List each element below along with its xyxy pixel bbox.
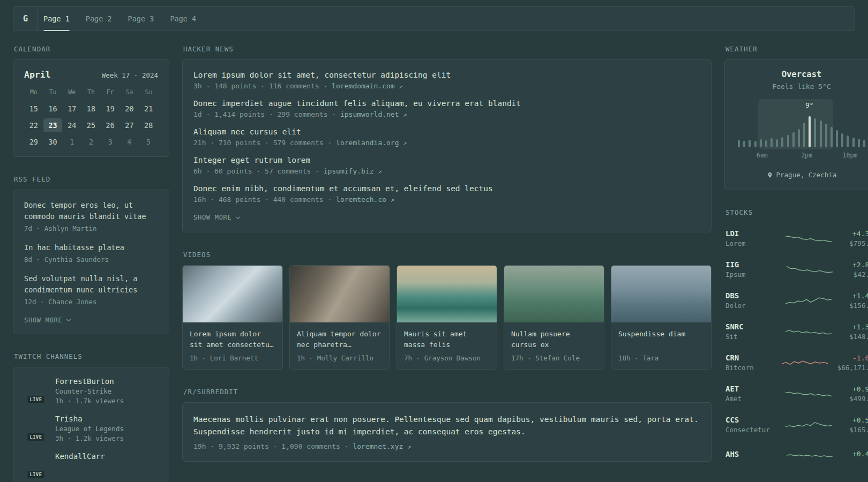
section-title-rss: RSS FEED	[14, 175, 169, 183]
weather-hour-bar	[852, 138, 855, 147]
rss-item-meta: 7d · Ashlyn Martin	[24, 224, 158, 232]
hn-item-title-link[interactable]: Donec enim nibh, condimentum et accumsan…	[193, 184, 700, 193]
stock-sparkline	[785, 417, 832, 433]
stock-info: AHS	[725, 450, 777, 460]
calendar-day: 30	[43, 135, 63, 149]
calendar-day: 3	[101, 135, 120, 149]
stock-row[interactable]: AHS +0.46%	[724, 440, 868, 469]
calendar-day-selected: 23	[43, 118, 63, 132]
rss-show-more-button[interactable]: SHOW MORE	[24, 317, 70, 324]
calendar-day-header: Sa	[120, 86, 139, 99]
video-meta: 7h · Grayson Dawson	[404, 354, 490, 362]
hn-item-domain-link[interactable]: loremdomain.com ↗	[332, 82, 402, 90]
hn-item-title-link[interactable]: Lorem ipsum dolor sit amet, consectetur …	[193, 71, 700, 79]
tab-page-4[interactable]: Page 4	[170, 7, 196, 31]
app-logo[interactable]: G	[23, 7, 38, 31]
rss-item-meta: 8d · Cynthia Saunders	[24, 255, 158, 263]
page-columns: CALENDAR April Week 17 · 2024 MoTuWeThFr…	[0, 45, 868, 482]
rss-item-title-link[interactable]: Sed volutpat nulla nisl, a condimentum n…	[24, 273, 158, 296]
hn-item-domain-link[interactable]: loremtech.co ↗	[336, 195, 394, 204]
stock-row[interactable]: CRN Bitcorn -1.00% $66,171.48	[724, 347, 868, 378]
calendar-day: 15	[24, 102, 43, 116]
hn-item-meta: 1d · 1,414 points · 299 comments · ipsum…	[193, 110, 700, 118]
twitch-avatar-wrap: LIVE	[24, 452, 48, 478]
twitch-channel-name: ForrestBurton	[55, 377, 124, 386]
weather-card: Overcast Feels like 5°C 9° 6am2pm10pm Pr…	[724, 59, 868, 190]
chevron-down-icon	[235, 214, 240, 219]
twitch-channel-item[interactable]: LIVE KendallCarr	[24, 452, 158, 478]
rss-item-title-link[interactable]: In hac habitasse platea	[24, 242, 158, 253]
tab-page-1[interactable]: Page 1	[43, 7, 70, 31]
weather-hour-bar	[765, 140, 767, 147]
stock-row[interactable]: IIG Ipsum +2.84% $42.04	[724, 254, 868, 285]
hn-item-domain-link[interactable]: loremlandia.org ↗	[336, 139, 407, 147]
rss-item-title-link[interactable]: Donec tempor eros leo, ut commodo mauris…	[24, 200, 158, 222]
video-card[interactable]: Aliquam tempor dolor nec pharetra… 1h · …	[289, 265, 390, 370]
hn-item-domain-link[interactable]: ipsumworld.net ↗	[340, 110, 407, 118]
video-card-body: Lorem ipsum dolor sit amet consectetu… 1…	[183, 322, 282, 369]
video-title: Nullam posuere cursus ex	[511, 329, 597, 350]
calendar-day-header: Fr	[101, 86, 120, 99]
weather-time-label: 2pm	[801, 152, 812, 159]
stock-row[interactable]: CCS Consectetur +0.51% $165.84	[724, 409, 868, 440]
hn-meta-text: 21h · 710 points · 579 comments ·	[193, 139, 332, 147]
video-card[interactable]: Suspendisse diam 18h · Tara	[611, 265, 712, 370]
stock-change: +1.42%	[849, 292, 868, 300]
calendar-grid: MoTuWeThFrSaSu15161718192021222324252627…	[24, 86, 158, 149]
hn-show-more-button[interactable]: SHOW MORE	[193, 214, 240, 221]
stock-info: SNRC Sit	[725, 322, 777, 341]
weather-hour-bar	[825, 124, 827, 147]
calendar-day: 2	[81, 135, 101, 149]
stock-values: +0.92% $499.72	[849, 385, 868, 403]
stock-row[interactable]: AET Amet +0.92% $499.72	[724, 378, 868, 409]
stock-sparkline	[785, 230, 832, 246]
weather-hour-bar	[781, 137, 783, 147]
video-card[interactable]: Nullam posuere cursus ex 17h · Stefan Co…	[504, 265, 604, 370]
hn-item-title-link[interactable]: Aliquam nec cursus elit	[193, 127, 700, 136]
twitch-channel-item[interactable]: LIVE ForrestBurton Counter-Strike 1h · 1…	[24, 377, 158, 405]
twitch-channel-name: Trisha	[55, 415, 124, 423]
weather-bars	[738, 114, 865, 147]
calendar-day: 1	[62, 135, 81, 149]
section-title-weather: WEATHER	[725, 45, 868, 53]
weather-hour-bar	[803, 123, 805, 147]
hn-item-meta: 3h · 148 points · 116 comments · loremdo…	[193, 82, 700, 90]
external-link-icon: ↗	[403, 111, 407, 118]
right-column: WEATHER Overcast Feels like 5°C 9° 6am2p…	[724, 45, 868, 482]
stock-row[interactable]: SNRC Sit +1.36% $148.64	[724, 316, 868, 347]
tab-page-3[interactable]: Page 3	[128, 7, 154, 31]
weather-temp-label: 9°	[805, 101, 813, 109]
stock-row[interactable]: LDI Lorem +4.35% $795.18	[724, 223, 868, 254]
weather-hour-bar	[830, 127, 833, 147]
subreddit-domain-link[interactable]: loremnet.xyz ↗	[353, 442, 411, 450]
hn-item-domain-link[interactable]: ipsumify.biz ↗	[324, 167, 382, 175]
stock-sparkline	[785, 323, 832, 340]
video-card[interactable]: Mauris sit amet massa felis 7h · Grayson…	[396, 265, 497, 370]
twitch-channel-game: Counter-Strike	[55, 387, 124, 395]
stock-change: +1.36%	[849, 323, 868, 331]
hn-meta-text: 1d · 1,414 points · 299 comments ·	[193, 110, 336, 118]
calendar-day-header: Tu	[43, 86, 63, 99]
hn-meta-text: 16h · 468 points · 440 comments ·	[193, 195, 332, 204]
external-link-icon: ↗	[403, 139, 407, 147]
video-title: Lorem ipsum dolor sit amet consectetu…	[190, 329, 275, 350]
stock-name: Amet	[725, 395, 777, 403]
weather-condition: Overcast	[736, 70, 867, 79]
hn-item-title-link[interactable]: Donec imperdiet augue tincidunt felis al…	[193, 99, 700, 108]
hacker-news-card: Lorem ipsum dolor sit amet, consectetur …	[182, 59, 712, 232]
calendar-day: 21	[139, 102, 158, 116]
video-meta: 1h · Molly Carrillo	[297, 354, 383, 362]
video-card[interactable]: Lorem ipsum dolor sit amet consectetu… 1…	[182, 265, 283, 370]
stocks-list: LDI Lorem +4.35% $795.18 IIG Ipsum	[724, 223, 868, 469]
hn-item-title-link[interactable]: Integer eget rutrum lorem	[193, 156, 700, 164]
stock-row[interactable]: DBS Dolor +1.42% $156.28	[724, 285, 868, 316]
twitch-channel-item[interactable]: LIVE Trisha League of Legends 3h · 1.2k …	[24, 415, 158, 442]
stock-sparkline	[787, 261, 833, 277]
hn-item: Donec imperdiet augue tincidunt felis al…	[193, 99, 700, 118]
stock-ticker: IIG	[725, 260, 777, 269]
tab-page-2[interactable]: Page 2	[86, 7, 112, 31]
stock-ticker: CRN	[725, 353, 777, 362]
weather-location: Prague, Czechia	[776, 171, 837, 179]
weather-times: 6am2pm10pm	[738, 152, 865, 161]
subreddit-post-title-link[interactable]: Maecenas mollis pulvinar erat non posuer…	[193, 413, 700, 438]
